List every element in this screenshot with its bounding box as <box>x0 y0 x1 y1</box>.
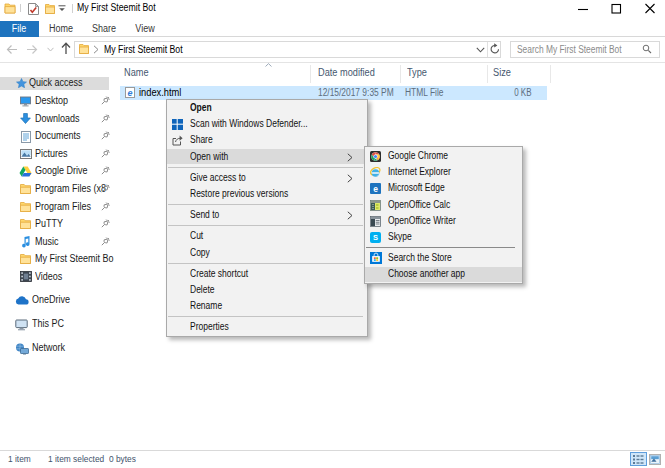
svg-text:e: e <box>373 184 378 194</box>
svg-text:S: S <box>373 233 378 242</box>
svg-text:e: e <box>127 88 132 98</box>
